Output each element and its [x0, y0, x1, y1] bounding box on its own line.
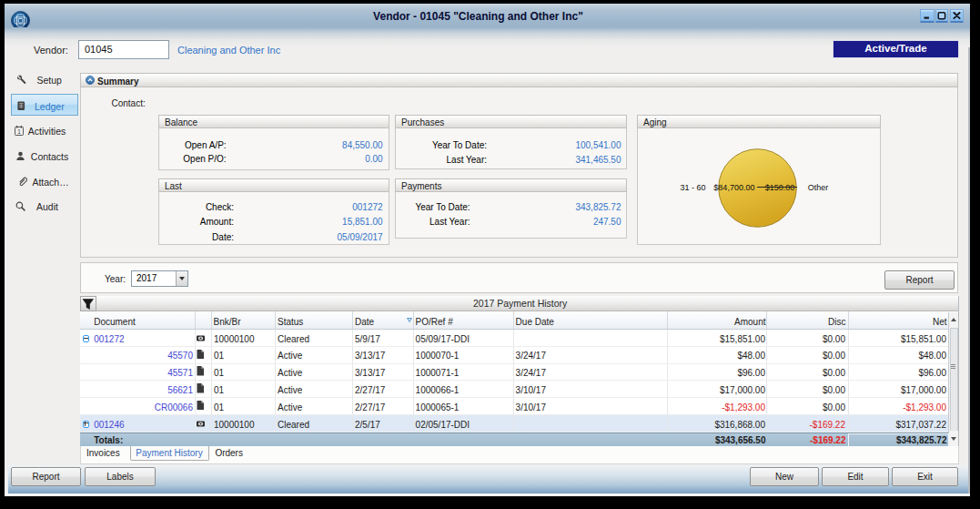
svg-text:1: 1: [17, 127, 21, 134]
